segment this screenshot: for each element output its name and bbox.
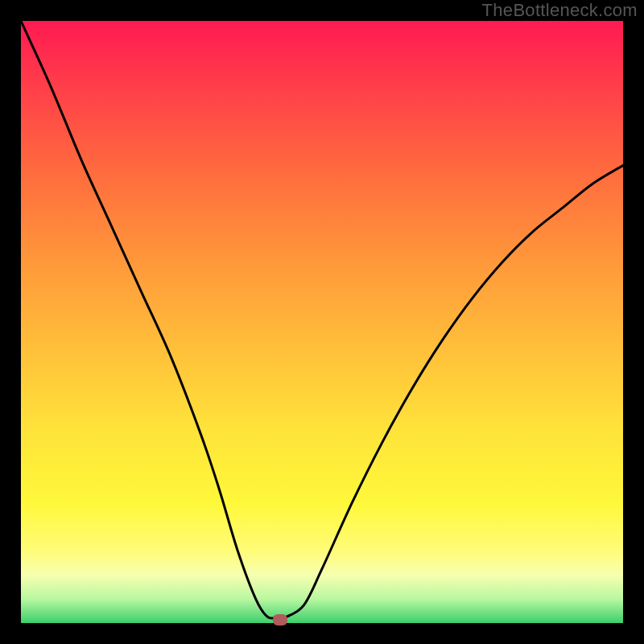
watermark-text: TheBottleneck.com	[482, 0, 638, 21]
chart-frame: TheBottleneck.com	[0, 0, 644, 644]
plot-area	[21, 21, 623, 623]
optimum-marker	[273, 614, 287, 625]
bottleneck-curve	[21, 21, 623, 623]
